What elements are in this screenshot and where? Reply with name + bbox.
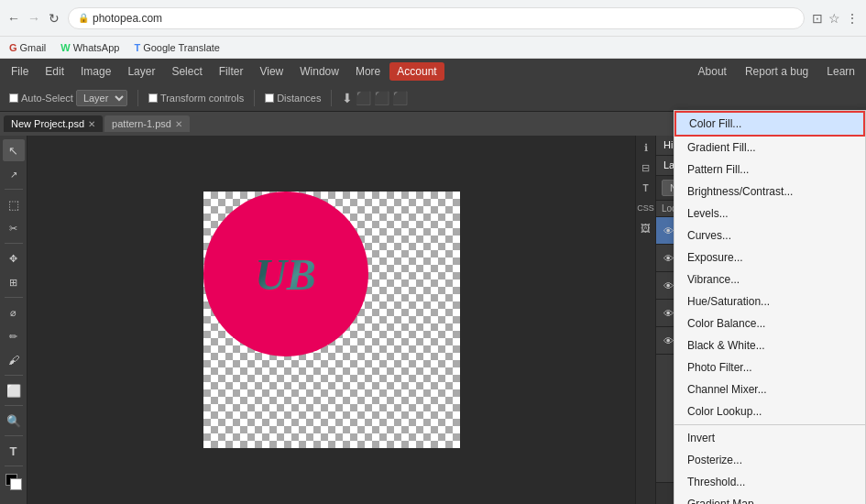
strip-image-icon[interactable]: 🖼: [638, 220, 654, 236]
tab-new-project[interactable]: New Project.psd ✕: [4, 115, 103, 132]
bookmark-translate[interactable]: T Google Translate: [134, 42, 220, 53]
tab-pattern-label: pattern-1.psd: [112, 118, 171, 129]
auto-select-checkbox[interactable]: [9, 93, 18, 103]
menu-report-bug[interactable]: Report a bug: [738, 62, 816, 81]
dropdown-item-3[interactable]: Brightness/Contrast...: [674, 181, 865, 203]
dropdown-item-6[interactable]: Exposure...: [674, 247, 865, 268]
right-strip: ℹ ⊟ T CSS 🖼: [635, 136, 655, 504]
strip-css-icon[interactable]: CSS: [638, 200, 654, 216]
tab-pattern[interactable]: pattern-1.psd ✕: [104, 115, 190, 132]
tool-heal[interactable]: ⌀: [3, 301, 25, 323]
layer-1-visibility[interactable]: 👁: [662, 252, 674, 265]
color-swatch-widget[interactable]: [5, 474, 22, 490]
tab-pattern-close[interactable]: ✕: [175, 119, 182, 129]
lock-icon: 🔒: [78, 13, 89, 23]
align-right-icon[interactable]: ⬛: [374, 91, 389, 105]
toolbar: Auto-Select Layer Transform controls Dis…: [0, 84, 866, 112]
distances-item: Distances: [261, 91, 324, 105]
distances-label: Distances: [277, 93, 321, 104]
refresh-button[interactable]: ↻: [48, 12, 60, 25]
layer-2-visibility[interactable]: 👁: [662, 279, 674, 292]
strip-layers-icon[interactable]: ⊟: [638, 159, 654, 176]
menu-layer[interactable]: Layer: [120, 62, 162, 81]
bookmark-whatsapp-label: WhatsApp: [73, 42, 120, 53]
menu-image[interactable]: Image: [73, 62, 118, 81]
bookmark-whatsapp[interactable]: W WhatsApp: [60, 42, 119, 53]
layer-select[interactable]: Layer: [76, 90, 127, 106]
layer-3-visibility[interactable]: 👁: [662, 307, 674, 320]
layer-4-visibility[interactable]: 👁: [662, 334, 674, 347]
strip-text-icon[interactable]: T: [638, 180, 654, 196]
transform-label: Transform controls: [160, 93, 244, 104]
tool-marquee[interactable]: ⬚: [3, 193, 25, 215]
monogram: UB: [255, 249, 316, 300]
dropdown-item-9[interactable]: Color Balance...: [674, 312, 865, 334]
pink-circle: UB: [203, 192, 368, 356]
distribute-icon[interactable]: ⬛: [392, 91, 408, 105]
address-bar[interactable]: 🔒 photopea.com: [68, 7, 805, 29]
menu-account[interactable]: Account: [389, 62, 444, 81]
forward-button[interactable]: →: [27, 12, 40, 25]
dropdown-separator: [674, 424, 865, 425]
tool-lasso[interactable]: ✂: [3, 217, 25, 239]
tool-crop[interactable]: ✥: [3, 247, 25, 269]
bookmark-gmail[interactable]: G Gmail: [9, 42, 46, 53]
bookmark-gmail-label: Gmail: [20, 42, 47, 53]
tool-brush[interactable]: 🖌: [3, 349, 25, 371]
menu-icon[interactable]: ⋮: [846, 11, 859, 26]
canvas-area: UB: [27, 136, 635, 504]
tool-move[interactable]: ↖: [3, 139, 25, 161]
align-tools: ⬇ ⬛ ⬛ ⬛: [338, 89, 411, 107]
menu-learn[interactable]: Learn: [819, 62, 862, 81]
transform-checkbox[interactable]: [148, 93, 158, 103]
dropdown-item-4[interactable]: Levels...: [674, 203, 865, 225]
tool-select-arrow[interactable]: ↗: [3, 163, 25, 185]
dropdown-item-10[interactable]: Black & White...: [674, 334, 865, 356]
dropdown-item-5[interactable]: Curves...: [674, 225, 865, 247]
canvas-checker: UB: [203, 192, 460, 448]
menu-window[interactable]: Window: [292, 62, 346, 81]
dropdown-item-12[interactable]: Channel Mixer...: [674, 378, 865, 400]
browser-actions: ⊡ ☆ ⋮: [812, 11, 859, 26]
tab-new-project-close[interactable]: ✕: [88, 119, 95, 129]
dropdown-item-0[interactable]: Color Fill...: [674, 111, 865, 137]
extensions-icon[interactable]: ⊡: [812, 11, 823, 26]
dropdown-item-2[interactable]: Pattern Fill...: [674, 159, 865, 181]
back-button[interactable]: ←: [7, 12, 20, 25]
distances-checkbox[interactable]: [265, 93, 274, 103]
tool-text[interactable]: T: [3, 440, 25, 462]
tool-measure[interactable]: ⊞: [3, 271, 25, 293]
dropdown-item-8[interactable]: Hue/Saturation...: [674, 290, 865, 312]
background-color[interactable]: [10, 478, 22, 490]
tab-new-project-label: New Project.psd: [11, 118, 84, 129]
dropdown-item-7[interactable]: Vibrance...: [674, 268, 865, 290]
tool-zoom[interactable]: 🔍: [3, 410, 25, 432]
bookmark-translate-label: Google Translate: [143, 42, 220, 53]
align-left-icon[interactable]: ⬇: [342, 91, 353, 105]
menu-edit[interactable]: Edit: [38, 62, 71, 81]
dropdown-item-18[interactable]: Gradient Map...: [674, 493, 865, 504]
tool-pencil[interactable]: ✏: [3, 325, 25, 347]
dropdown-item-17[interactable]: Threshold...: [674, 471, 865, 493]
menu-file[interactable]: File: [4, 62, 36, 81]
bookmark-icon[interactable]: ☆: [828, 11, 840, 26]
align-center-icon[interactable]: ⬛: [356, 91, 371, 105]
app-menubar: File Edit Image Layer Select Filter View…: [0, 59, 866, 84]
menu-select[interactable]: Select: [164, 62, 209, 81]
dropdown-item-16[interactable]: Posterize...: [674, 449, 865, 471]
menu-about[interactable]: About: [691, 62, 734, 81]
bookmark-bar: G Gmail W WhatsApp T Google Translate: [0, 37, 866, 59]
left-toolbar: ↖ ↗ ⬚ ✂ ✥ ⊞ ⌀ ✏ 🖌 ⬜ 🔍 T: [0, 136, 27, 504]
app-area: File Edit Image Layer Select Filter View…: [0, 59, 866, 504]
strip-info-icon[interactable]: ℹ: [638, 139, 654, 156]
dropdown-item-13[interactable]: Color Lookup...: [674, 400, 865, 422]
menu-more[interactable]: More: [348, 62, 388, 81]
dropdown-item-11[interactable]: Photo Filter...: [674, 356, 865, 378]
layer-0-visibility[interactable]: 👁: [662, 225, 674, 237]
dropdown-item-15[interactable]: Invert: [674, 427, 865, 449]
translate-icon: T: [134, 42, 140, 53]
dropdown-item-1[interactable]: Gradient Fill...: [674, 137, 865, 159]
tool-shape[interactable]: ⬜: [3, 379, 25, 401]
menu-filter[interactable]: Filter: [212, 62, 251, 81]
menu-view[interactable]: View: [252, 62, 290, 81]
